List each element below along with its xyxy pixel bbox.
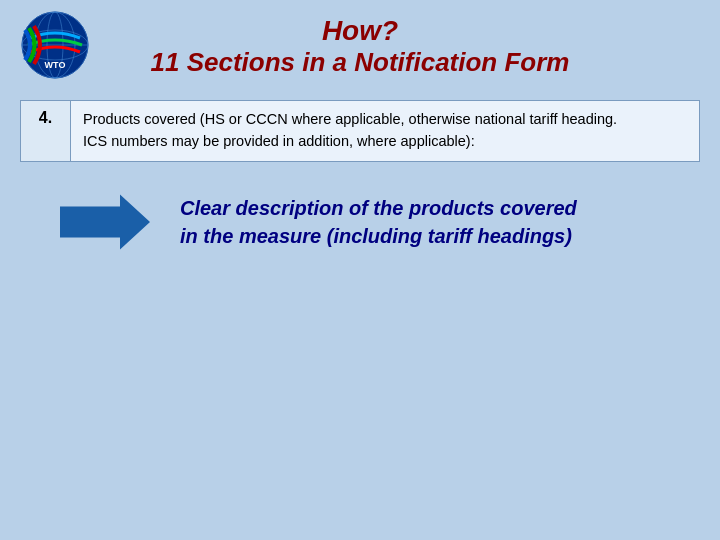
blue-arrow: [60, 192, 150, 252]
header: WTO How? 11 Sections in a Notification F…: [0, 0, 720, 90]
content-table: 4. Products covered (HS or CCCN where ap…: [20, 100, 700, 162]
page: WTO How? 11 Sections in a Notification F…: [0, 0, 720, 540]
wto-logo: WTO: [20, 10, 90, 80]
header-title: How? 11 Sections in a Notification Form: [151, 15, 570, 78]
svg-text:WTO: WTO: [45, 60, 66, 70]
svg-marker-7: [60, 194, 150, 249]
header-line1: How?: [151, 15, 570, 47]
arrow-section: Clear description of the products covere…: [20, 182, 700, 262]
row-content: Products covered (HS or CCCN where appli…: [71, 101, 699, 161]
table-row: 4. Products covered (HS or CCCN where ap…: [21, 101, 699, 161]
arrow-text-line2: in the measure (including tariff heading…: [180, 225, 572, 247]
header-line2: 11 Sections in a Notification Form: [151, 47, 570, 78]
main-content: 4. Products covered (HS or CCCN where ap…: [0, 90, 720, 540]
row-content-text: Products covered (HS or CCCN where appli…: [83, 109, 687, 153]
arrow-label: Clear description of the products covere…: [180, 194, 577, 250]
arrow-text-line1: Clear description of the products covere…: [180, 197, 577, 219]
row-number: 4.: [21, 101, 71, 161]
